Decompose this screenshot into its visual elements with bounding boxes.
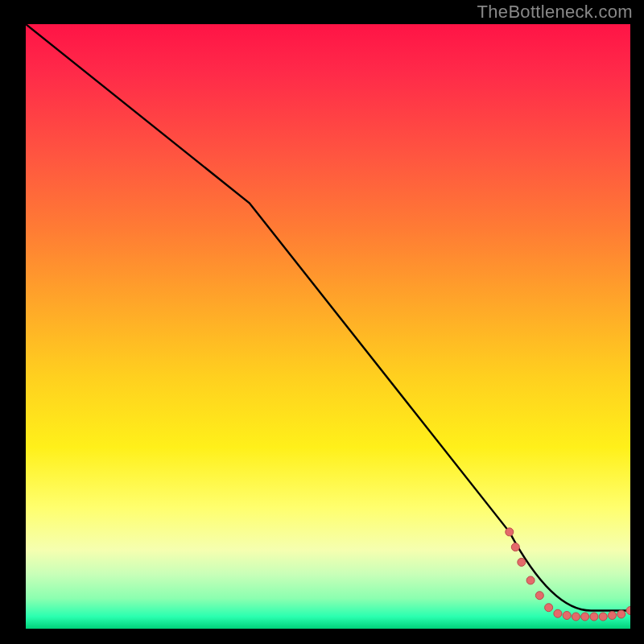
chart-line [26,24,630,610]
chart-marker [626,606,630,614]
chart-marker [545,604,553,612]
chart-svg [26,24,630,629]
chart-marker [518,558,526,566]
chart-marker [581,613,589,621]
canvas: TheBottleneck.com [0,0,644,644]
chart-marker [563,611,571,619]
chart-marker [599,613,607,621]
chart-marker [511,543,519,551]
chart-marker [572,613,580,621]
chart-marker [617,610,625,618]
chart-marker [526,576,535,584]
chart-markers [506,528,630,621]
chart-marker [506,528,514,536]
chart-marker [554,609,562,617]
chart-marker [590,613,598,621]
chart-plot-area [26,24,630,629]
chart-marker [608,611,616,619]
watermark-text: TheBottleneck.com [477,2,633,23]
chart-marker [535,592,543,600]
